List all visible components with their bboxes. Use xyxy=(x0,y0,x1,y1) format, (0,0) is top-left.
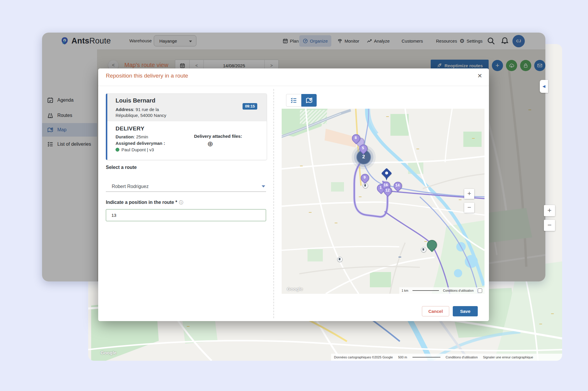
marker-number: 5 xyxy=(359,146,368,150)
bg-map-zoom-out-button[interactable]: − xyxy=(544,220,555,231)
transit-station-icon xyxy=(337,257,343,262)
transit-station-icon xyxy=(421,247,426,252)
delivery-stop-marker[interactable] xyxy=(381,168,392,182)
marker-number: 8 xyxy=(351,135,360,140)
delivery-heading: DELIVERY xyxy=(116,125,144,132)
list-view-toggle[interactable] xyxy=(286,94,301,107)
delivery-stop-marker[interactable]: 9 xyxy=(360,173,369,184)
map-scale-bar xyxy=(412,357,440,358)
modal-map-zoom-out-button[interactable]: − xyxy=(464,203,474,213)
customer-name: Louis Bernard xyxy=(116,97,156,104)
modal-header-divider xyxy=(98,86,489,86)
map-view-toggle[interactable] xyxy=(301,94,317,107)
modal-map-attribution: 1 km Conditions d'utilisation xyxy=(399,287,485,294)
deliveryman-status-dot xyxy=(116,148,119,152)
map-icon xyxy=(306,97,313,104)
marker-number: 9 xyxy=(360,175,369,179)
chevron-down-icon[interactable] xyxy=(262,185,265,187)
map-scale-bar xyxy=(412,290,439,291)
delivery-card: Louis Bernard Address: 91 rue de la Répu… xyxy=(106,93,267,160)
route-select[interactable]: Robert Rodriguez xyxy=(112,184,148,189)
position-input[interactable] xyxy=(106,209,266,221)
position-label: Indicate a position in the route *ⓘ xyxy=(106,200,183,205)
save-button[interactable]: Save xyxy=(453,306,478,316)
map-terms-link[interactable]: Conditions d'utilisation xyxy=(446,355,478,359)
map-terms-link[interactable]: Conditions d'utilisation xyxy=(443,289,474,292)
delivery-duration: Duration: 25min xyxy=(116,134,148,139)
checklist-icon xyxy=(290,97,297,104)
map-scale-label: 500 m xyxy=(398,355,407,359)
attached-files-label: Delivery attached files: xyxy=(194,134,242,139)
marker-body xyxy=(425,238,439,252)
map-scale-label: 1 km xyxy=(402,289,408,292)
modal-close-button[interactable]: ✕ xyxy=(475,71,484,80)
google-logo: Google xyxy=(101,350,117,355)
map-report-link[interactable]: Signaler une erreur cartographique xyxy=(483,355,533,359)
marker-number: 14 xyxy=(393,183,402,187)
google-logo: Google xyxy=(287,286,303,291)
delivery-stop-marker[interactable]: 8 xyxy=(351,134,360,145)
marker-dot xyxy=(385,172,388,174)
bg-map-zoom-in-button[interactable]: + xyxy=(544,205,555,216)
reposition-delivery-modal: Reposition this delivery in a route ✕ Lo… xyxy=(98,68,489,321)
assigned-deliveryman-value: Paul Dupont | v3 xyxy=(116,147,154,152)
delivery-time-badge: 09:15 xyxy=(243,103,257,110)
route-select-underline xyxy=(106,192,266,192)
modal-map[interactable]: 2 8 5 xyxy=(282,109,485,294)
marker-tail xyxy=(385,177,388,181)
modal-map-canvas xyxy=(282,109,485,294)
modal-column-divider xyxy=(273,89,274,318)
assigned-deliveryman-label: Assigned deliveryman : xyxy=(116,141,165,146)
modal-map-zoom-in-button[interactable]: + xyxy=(464,189,474,199)
delivery-stop-marker[interactable]: 14 xyxy=(393,181,402,192)
chevron-left-icon: ◀ xyxy=(542,84,545,88)
map-copyright: Données cartographiques ©2025 Google xyxy=(334,355,393,359)
delivery-stop-marker[interactable]: 12 xyxy=(383,186,392,197)
map-attribution-bar: Données cartographiques ©2025 Google 500… xyxy=(331,354,562,361)
cancel-button[interactable]: Cancel xyxy=(422,306,449,316)
add-attachment-button[interactable]: ⊕ xyxy=(207,140,213,148)
collapse-panel-tab[interactable]: ◀ xyxy=(540,80,548,93)
delivery-stop-marker[interactable]: 5 xyxy=(359,144,368,155)
marker-number: 12 xyxy=(383,188,392,192)
report-map-icon[interactable] xyxy=(478,288,482,293)
page: Google Données cartographiques ©2025 Goo… xyxy=(0,0,588,391)
customer-address: Address: 91 rue de la République, 54000 … xyxy=(116,107,213,118)
modal-title: Reposition this delivery in a route xyxy=(106,73,188,79)
info-icon: ⓘ xyxy=(179,200,183,205)
delivery-stop-marker[interactable] xyxy=(426,239,437,253)
select-route-label: Select a route xyxy=(106,165,137,170)
